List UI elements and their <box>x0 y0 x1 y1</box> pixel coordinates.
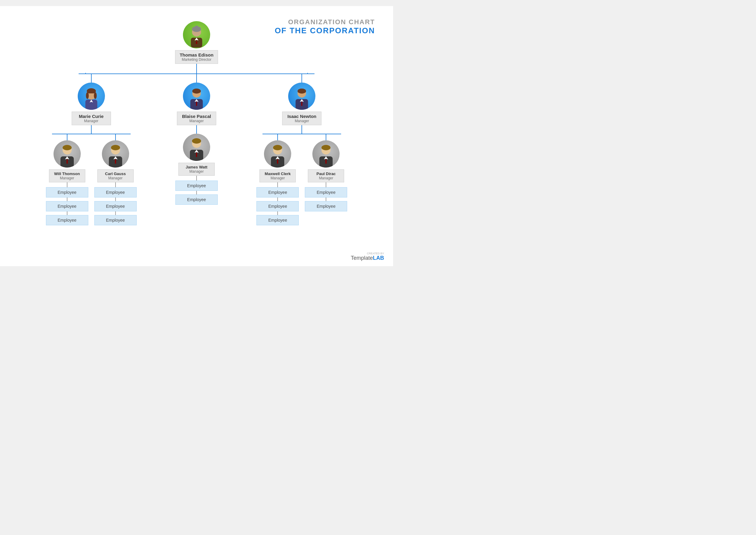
sm2-emp-down1 <box>115 183 116 187</box>
sub-manager2-col: Carl Gauss Manager Employee Employee Emp… <box>94 134 137 225</box>
sm5-name: Paul Dirac <box>312 172 340 176</box>
m2-down2 <box>196 125 197 134</box>
svg-point-9 <box>94 92 97 99</box>
manager1-person-icon <box>81 87 102 110</box>
m3-down1 <box>301 74 302 83</box>
sm4-emp3: Employee <box>256 215 299 225</box>
sm3-name-box: James Watt Manager <box>179 163 215 176</box>
sub-manager5-avatar <box>312 140 340 168</box>
manager1-avatar <box>78 83 105 110</box>
m3-sub-row: Maxwell Clerk Manager Employee Employee … <box>256 134 347 225</box>
watermark-brand-lab: LAB <box>373 255 384 261</box>
manager3-avatar <box>288 83 315 110</box>
svg-point-18 <box>111 145 120 150</box>
manager1-role: Manager <box>76 119 106 123</box>
manager2-col: Blaise Pascal Manager <box>163 74 230 205</box>
sub-manager2-node: Carl Gauss Manager <box>98 140 134 183</box>
sub-manager4-col: Maxwell Clerk Manager Employee Employee … <box>256 134 299 225</box>
sm4-down <box>277 134 278 140</box>
ceo-person-icon <box>186 26 207 48</box>
svg-point-28 <box>192 138 201 144</box>
sm3-role: Manager <box>183 169 210 174</box>
svg-point-13 <box>63 145 72 150</box>
manager1-name: Marie Curie <box>76 114 106 119</box>
sm2-emp1: Employee <box>94 187 137 197</box>
manager3-role: Manager <box>287 119 317 123</box>
sm2-name-box: Carl Gauss Manager <box>98 169 134 183</box>
sm5-emp2: Employee <box>305 201 347 211</box>
sm2-emp-down2 <box>115 197 116 201</box>
svg-point-8 <box>86 92 89 99</box>
sub-manager1-avatar <box>53 140 81 168</box>
page: ORGANIZATION CHART OF THE CORPORATION <box>0 6 393 266</box>
sm1-name-box: Will Thomson Manager <box>49 169 85 183</box>
sm4-emp-down1 <box>277 183 278 187</box>
m1-sub-row: Will Thomson Manager Employee Employee E… <box>46 134 137 225</box>
manager3-name-box: Isaac Newton Manager <box>282 112 322 125</box>
sm1-emp-down3 <box>67 211 68 215</box>
manager1-name-box: Marie Curie Manager <box>72 112 111 125</box>
sm4-emp-down2 <box>277 197 278 201</box>
manager2-node: Blaise Pascal Manager <box>177 83 216 125</box>
sm2-emp-down3 <box>115 211 116 215</box>
sm5-emp-down1 <box>326 183 326 187</box>
watermark-created: CREATED BY <box>351 252 384 255</box>
watermark: CREATED BY TemplateLAB <box>351 252 384 261</box>
sub-manager1-col: Will Thomson Manager Employee Employee E… <box>46 134 88 225</box>
ceo-role: Marketing Director <box>180 57 213 62</box>
sm1-emp-down1 <box>67 183 68 187</box>
sm1-person-icon <box>55 143 79 168</box>
sm4-emp-down3 <box>277 211 278 215</box>
sm1-name: Will Thomson <box>53 172 81 176</box>
sm3-emp1: Employee <box>175 181 218 191</box>
svg-point-33 <box>297 89 306 94</box>
sub-manager5-node: Paul Dirac Manager <box>308 140 344 183</box>
sub-manager2-avatar <box>102 140 129 168</box>
sm3-person-icon <box>184 137 209 161</box>
manager2-name-box: Blaise Pascal Manager <box>177 112 216 125</box>
svg-rect-36 <box>301 102 302 106</box>
svg-point-23 <box>192 89 201 94</box>
manager2-avatar <box>183 83 210 110</box>
m1-down1 <box>91 74 92 83</box>
sm3-name: James Watt <box>183 165 210 169</box>
sub-manager4-node: Maxwell Clerk Manager <box>260 140 296 183</box>
manager2-person-icon <box>186 87 207 110</box>
ceo-avatar <box>183 21 210 48</box>
sub-manager5-col: Paul Dirac Manager Employee Employee <box>305 134 347 225</box>
sm5-emp-down2 <box>326 197 326 201</box>
sm1-emp3: Employee <box>46 215 88 225</box>
manager2-role: Manager <box>182 119 212 123</box>
sm5-emp1: Employee <box>305 187 347 197</box>
sm3-emp2: Employee <box>175 194 218 205</box>
sm4-emp1: Employee <box>256 187 299 197</box>
title-line2: OF THE CORPORATION <box>275 26 375 35</box>
sm1-role: Manager <box>53 176 81 180</box>
sm4-name-box: Maxwell Clerk Manager <box>260 169 296 183</box>
manager3-person-icon <box>291 87 312 110</box>
sm1-emp-down2 <box>67 197 68 201</box>
sm5-name-box: Paul Dirac Manager <box>308 169 344 183</box>
sm2-emp2: Employee <box>94 201 137 211</box>
ceo-name-box: Thomas Edison Marketing Director <box>175 50 218 64</box>
manager1-col: Marie Curie Manager <box>42 74 141 225</box>
m2-down1 <box>196 74 197 83</box>
sm5-person-icon <box>314 143 338 168</box>
watermark-brand-template: Template <box>351 255 373 261</box>
sub-manager3-col: James Watt Manager Employee Employee <box>175 134 218 205</box>
org-chart: Thomas Edison Marketing Director <box>12 15 381 225</box>
sm4-role: Manager <box>264 176 291 180</box>
sub-manager3-avatar <box>183 134 210 161</box>
title-line1: ORGANIZATION CHART <box>275 18 375 26</box>
ceo-down-line <box>196 64 197 73</box>
sm4-emp2: Employee <box>256 201 299 211</box>
managers-row: Marie Curie Manager <box>30 74 363 225</box>
title-area: ORGANIZATION CHART OF THE CORPORATION <box>275 18 375 35</box>
svg-rect-41 <box>277 159 278 164</box>
sm4-person-icon <box>266 143 290 168</box>
manager3-col: Isaac Newton Manager <box>252 74 352 225</box>
sm2-person-icon <box>103 143 127 168</box>
manager3-name: Isaac Newton <box>287 114 317 119</box>
sm5-down <box>326 134 326 140</box>
sm2-name: Carl Gauss <box>102 172 129 176</box>
